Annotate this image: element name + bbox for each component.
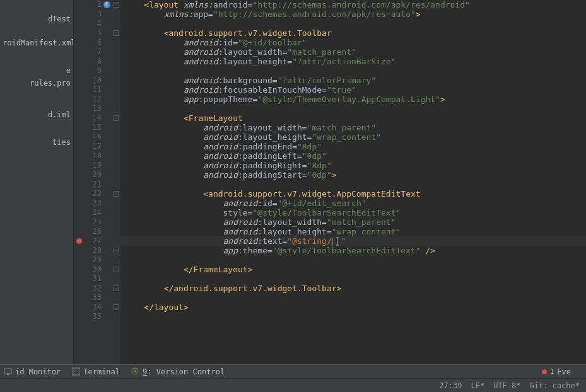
cursor-position: 27:39 [439,381,462,390]
code-line[interactable]: android:layout_height="wrap_content" [124,227,586,236]
code-line[interactable]: android:background="?attr/colorPrimary" [124,76,586,85]
code-line[interactable]: <android.support.v7.widget.Toolbar [124,28,586,38]
line-number[interactable]: 24 [74,208,102,217]
fold-toggle-icon[interactable]: - [114,285,119,291]
line-number[interactable]: 25 [74,217,102,227]
code-line[interactable]: </FrameLayout> [124,265,586,274]
code-line[interactable] [124,312,586,321]
line-number[interactable]: 12 [74,95,102,104]
svg-rect-0 [4,369,11,374]
code-line[interactable]: <layout xmlns:android="http://schemas.an… [124,0,586,9]
code-line[interactable] [124,180,586,189]
line-number[interactable]: 17 [74,142,102,151]
line-number[interactable]: 26 [74,227,102,236]
sidebar-item[interactable]: rules.pro [0,77,73,89]
line-number[interactable]: 22 [74,189,102,199]
code-line[interactable] [124,66,586,76]
line-number[interactable]: 32 [74,284,102,293]
fold-toggle-icon[interactable]: - [114,267,119,272]
line-number[interactable]: 14 [74,113,102,123]
line-number[interactable]: 31 [74,274,102,284]
code-line[interactable]: style="@style/ToolbarSearchEditText" [124,208,586,217]
fold-toggle-icon[interactable]: - [114,115,119,121]
fold-toggle-icon[interactable]: - [114,191,119,197]
line-number[interactable]: 30 [74,265,102,274]
line-number[interactable]: 21 [74,180,102,189]
code-line[interactable]: android:layout_width="match_parent" [124,217,586,227]
code-line[interactable] [124,19,586,28]
line-number[interactable]: 3 [74,9,102,19]
code-line[interactable] [124,293,586,303]
code-line[interactable]: <FrameLayout [124,113,586,123]
line-number[interactable]: 7 [74,47,102,57]
line-number[interactable]: 19 [74,161,102,170]
line-separator[interactable]: LF* [471,381,484,390]
sidebar-item[interactable]: e [0,64,73,77]
code-line[interactable]: android:id="@+id/edit_search" [124,199,586,208]
code-line[interactable] [124,104,586,113]
line-number[interactable]: 29 [74,255,102,265]
code-line[interactable]: android:layout_width="match_parent" [124,47,586,57]
line-number[interactable]: 11 [74,85,102,95]
code-line[interactable]: <android.support.v7.widget.AppCompatEdit… [124,189,586,199]
code-line[interactable]: android:text="@string/" [124,236,586,246]
code-line[interactable]: android:focusableInTouchMode="true" [124,85,586,95]
line-number[interactable]: 35 [74,312,102,321]
code-line[interactable]: android:paddingLeft="0dp" [124,151,586,161]
line-number[interactable]: 20 [74,170,102,180]
tool-window-monitor[interactable]: id Monitor [4,367,61,376]
sidebar-item[interactable]: d.iml [0,108,73,121]
sidebar-item[interactable]: roidManifest.xml [0,37,73,49]
fold-toggle-icon[interactable]: - [114,304,119,310]
code-line[interactable]: android:paddingRight="8dp" [124,161,586,170]
code-line[interactable]: app:theme="@style/ToolbarSearchEditText"… [124,246,586,255]
error-icon[interactable] [76,238,82,244]
svg-point-4 [134,370,136,372]
line-number[interactable]: 18 [74,151,102,161]
project-sidebar[interactable]: dTestroidManifest.xmlerules.prod.imlties [0,0,74,392]
fold-toggle-icon[interactable]: - [114,248,119,253]
code-line[interactable]: android:paddingEnd="8dp" [124,142,586,151]
sidebar-item[interactable]: ties [0,136,73,149]
line-number[interactable]: 8 [74,57,102,66]
code-editor[interactable]: <layout xmlns:android="http://schemas.an… [120,0,586,377]
code-line[interactable]: xmlns:app="http://schemas.android.com/ap… [124,9,586,19]
code-line[interactable]: android:layout_width="match_parent" [124,123,586,132]
code-line[interactable]: android:id="@+id/toolbar" [124,38,586,47]
code-line[interactable]: android:layout_height="wrap_content" [124,132,586,142]
sidebar-item[interactable]: dTest [0,13,73,25]
line-number[interactable]: 4 [74,19,102,28]
code-line[interactable]: android:layout_height="?attr/actionBarSi… [124,57,586,66]
line-number[interactable]: 34 [74,303,102,312]
git-branch[interactable]: Git: cache* [530,381,580,390]
line-number[interactable]: 16 [74,132,102,142]
line-number[interactable]: 15 [74,123,102,132]
file-encoding[interactable]: UTF-8* [493,381,520,390]
event-log-button[interactable]: 1 Eve [542,367,571,376]
line-number[interactable]: 23 [74,199,102,208]
fold-toggle-icon[interactable]: - [114,2,119,8]
code-line[interactable]: </layout> [124,303,586,312]
code-line[interactable] [124,255,586,265]
line-number[interactable]: 2C [74,0,102,9]
tool-window-vcs[interactable]: 9: Version Control [131,367,225,376]
version-control-icon [131,367,139,376]
code-line[interactable] [124,274,586,284]
fold-gutter[interactable]: -------- [113,0,120,377]
fold-toggle-icon[interactable]: - [114,30,119,36]
line-number[interactable]: 28 [74,246,102,255]
line-number[interactable]: 6 [74,38,102,47]
class-icon: C [103,1,110,8]
code-line[interactable]: android:paddingStart="0dp"> [124,170,586,180]
line-number[interactable]: 27 [74,236,102,246]
svg-rect-2 [72,368,80,375]
line-number[interactable]: 5 [74,28,102,38]
line-number[interactable]: 33 [74,293,102,303]
code-line[interactable]: </android.support.v7.widget.Toolbar> [124,284,586,293]
line-number[interactable]: 10 [74,76,102,85]
tool-window-terminal[interactable]: Terminal [72,367,120,376]
line-number-gutter[interactable]: 2C34567891011121314151617181920212223242… [74,0,113,377]
line-number[interactable]: 13 [74,104,102,113]
code-line[interactable]: app:popupTheme="@style/ThemeOverlay.AppC… [124,95,586,104]
line-number[interactable]: 9 [74,66,102,76]
